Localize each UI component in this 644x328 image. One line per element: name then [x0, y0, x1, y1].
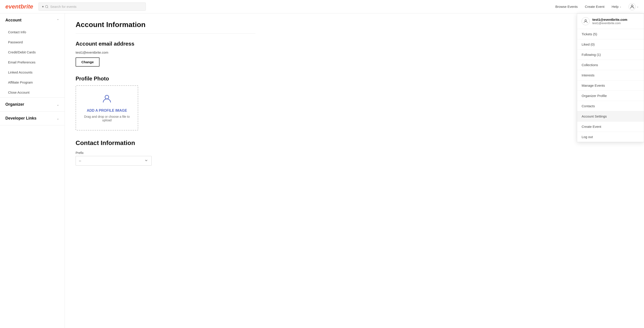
- sidebar-section-account-header[interactable]: Account ⌃: [0, 13, 64, 27]
- main-content: Account Information Account email addres…: [65, 13, 266, 328]
- create-event-link[interactable]: Create Event: [585, 5, 605, 8]
- sidebar: Account ⌃ Contact Info Password Credit/D…: [0, 13, 65, 328]
- header-nav: Browse Events Create Event Help ⌄ ⌄: [556, 3, 639, 10]
- sidebar-section-developer-header[interactable]: Developer Links ⌄: [0, 111, 64, 125]
- contact-info-title: Contact Information: [76, 139, 255, 147]
- upload-hint: Drag and drop or choose a file to upload: [82, 115, 132, 122]
- prefix-label: Prefix: [76, 151, 255, 155]
- user-avatar-icon: [628, 3, 636, 10]
- svg-point-4: [585, 20, 586, 21]
- browse-events-link[interactable]: Browse Events: [556, 5, 578, 8]
- user-dropdown-menu: test1@eventbrite.com test1@eventbrite.co…: [577, 13, 644, 142]
- sidebar-item-affiliate[interactable]: Affiliate Program: [0, 77, 64, 87]
- profile-photo-section: Profile Photo ADD A PROFILE IMAGE Drag a…: [76, 75, 255, 130]
- dropdown-item-organizer-profile[interactable]: Organizer Profile: [577, 91, 644, 101]
- email-section-title: Account email address: [76, 41, 255, 47]
- dropdown-item-logout[interactable]: Log out: [577, 132, 644, 142]
- search-bar[interactable]: ● Search for events: [38, 2, 146, 10]
- sidebar-developer-title: Developer Links: [5, 116, 36, 121]
- svg-point-2: [631, 5, 633, 7]
- dropdown-item-account-settings[interactable]: Account Settings: [577, 111, 644, 122]
- sidebar-item-password[interactable]: Password: [0, 37, 64, 47]
- sidebar-organizer-title: Organizer: [5, 102, 24, 107]
- sidebar-section-account: Account ⌃ Contact Info Password Credit/D…: [0, 13, 64, 98]
- sidebar-item-linked-accounts[interactable]: Linked Accounts: [0, 67, 64, 77]
- search-placeholder: Search for events: [50, 5, 77, 8]
- prefix-field: Prefix --: [76, 151, 255, 166]
- change-email-button[interactable]: Change: [76, 57, 100, 67]
- dropdown-item-following[interactable]: Following (1): [577, 50, 644, 60]
- prefix-chevron-icon: [144, 158, 148, 163]
- dropdown-item-interests[interactable]: Interests: [577, 70, 644, 80]
- dropdown-item-contacts[interactable]: Contacts: [577, 101, 644, 111]
- header: eventbrite ● Search for events Browse Ev…: [0, 0, 644, 13]
- dropdown-email-secondary: test1@eventbrite.com: [592, 21, 627, 25]
- dropdown-user-info: test1@eventbrite.com test1@eventbrite.co…: [592, 18, 627, 25]
- sidebar-account-title: Account: [5, 18, 22, 22]
- email-section: Account email address test1@eventbrite.c…: [76, 41, 255, 67]
- page-layout: Account ⌃ Contact Info Password Credit/D…: [0, 13, 644, 328]
- sidebar-item-close-account[interactable]: Close Account: [0, 87, 64, 97]
- sidebar-section-developer: Developer Links ⌄: [0, 111, 64, 125]
- dropdown-item-collections[interactable]: Collections: [577, 60, 644, 70]
- dropdown-email-primary: test1@eventbrite.com: [592, 18, 627, 21]
- help-menu[interactable]: Help ⌄: [612, 5, 622, 8]
- svg-point-3: [105, 95, 109, 99]
- dropdown-item-tickets[interactable]: Tickets (5): [577, 29, 644, 39]
- developer-chevron-icon: ⌄: [56, 117, 59, 120]
- svg-point-0: [46, 5, 48, 8]
- organizer-chevron-icon: ⌄: [56, 103, 59, 106]
- sidebar-item-email-prefs[interactable]: Email Preferences: [0, 57, 64, 67]
- help-link: Help: [612, 5, 618, 8]
- logo-text: eventbrite: [5, 3, 33, 10]
- contact-info-section: Contact Information Prefix --: [76, 139, 255, 166]
- upload-label: ADD A PROFILE IMAGE: [87, 108, 127, 113]
- photo-upload-area[interactable]: ADD A PROFILE IMAGE Drag and drop or cho…: [76, 85, 138, 130]
- dropdown-header: test1@eventbrite.com test1@eventbrite.co…: [577, 14, 644, 29]
- dropdown-avatar-icon: [582, 17, 590, 25]
- dropdown-item-create-event[interactable]: Create Event: [577, 122, 644, 132]
- dropdown-item-manage-events[interactable]: Manage Events: [577, 80, 644, 91]
- sidebar-section-organizer-header[interactable]: Organizer ⌄: [0, 98, 64, 111]
- user-menu-trigger[interactable]: ⌄: [628, 3, 639, 10]
- logo[interactable]: eventbrite: [5, 3, 33, 10]
- svg-line-1: [48, 7, 48, 8]
- prefix-value: --: [79, 159, 81, 163]
- sidebar-account-items: Contact Info Password Credit/Debit Cards…: [0, 27, 64, 97]
- account-chevron-icon: ⌃: [56, 18, 59, 22]
- user-menu-chevron-icon: ⌄: [636, 5, 639, 8]
- profile-person-icon: [102, 94, 112, 106]
- search-icon: ●: [42, 4, 48, 8]
- account-email: test1@eventbrite.com: [76, 50, 255, 54]
- profile-photo-title: Profile Photo: [76, 75, 255, 82]
- sidebar-section-organizer: Organizer ⌄: [0, 98, 64, 111]
- prefix-select[interactable]: --: [76, 156, 152, 166]
- help-chevron-icon: ⌄: [620, 5, 622, 8]
- sidebar-item-credit-debit[interactable]: Credit/Debit Cards: [0, 47, 64, 57]
- sidebar-item-contact-info[interactable]: Contact Info: [0, 27, 64, 37]
- dropdown-item-liked[interactable]: Liked (0): [577, 39, 644, 50]
- page-title: Account Information: [76, 20, 255, 33]
